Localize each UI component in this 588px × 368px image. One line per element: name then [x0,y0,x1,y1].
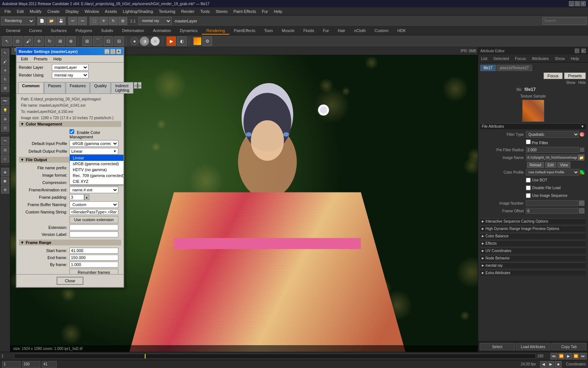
rp-load-attrs-btn[interactable]: Load Attributes [516,343,551,350]
tab-polygons[interactable]: Polygons [71,27,96,35]
redo-btn[interactable]: ↪ [78,17,87,25]
rs-render-using-select[interactable]: mental ray [52,72,89,78]
minimize-button[interactable]: _ [569,1,574,6]
rp-file-tab-place2d[interactable]: place2dTexture27 [496,65,532,71]
universal-manip-btn[interactable]: ⊕ [66,36,76,46]
tl-play-btn[interactable]: ▶ [565,353,572,360]
rs-dropdown-hdtv[interactable]: HDTV (no gamma) [70,167,123,173]
rs-menu-presets[interactable]: Presets [31,56,50,62]
menu-texturing[interactable]: Texturing [156,8,178,14]
ipr-btn[interactable]: ◐ [177,36,187,46]
tab-deformation[interactable]: Deformation [118,27,148,35]
open-btn[interactable]: 📂 [47,17,56,25]
extra-tool-btn[interactable]: ⚙ [202,36,212,46]
rp-mental-ray-hdr[interactable]: ▶ mental ray [480,263,586,268]
rp-view-btn[interactable]: View [557,162,571,168]
display-mode-3-btn[interactable]: ○ [150,36,160,46]
scale-btn[interactable]: ⊞ [118,17,127,25]
rp-select-btn[interactable]: Select [480,343,515,350]
rp-tab-help[interactable]: Help [569,56,581,61]
menu-stereo[interactable]: Stereo [213,8,230,14]
rs-enable-cm-checkbox[interactable] [69,129,74,134]
snap-surface-btn[interactable]: ⊟ [114,36,124,46]
tab-subdiv[interactable]: Subdiv [97,27,118,35]
rs-output-dropdown-trigger[interactable]: Linear ▼ [69,148,118,155]
tab-fluids[interactable]: Fluids [299,27,318,35]
rs-extension-input[interactable] [69,224,118,230]
rp-minimize-icon[interactable] [575,49,579,53]
lasso-btn[interactable]: ⊙ [13,36,22,46]
rs-scroll-right-btn[interactable]: ▷ [138,82,141,89]
menu-tools[interactable]: Tools [197,8,213,14]
rs-color-mgmt-header[interactable]: ▼ Color Management [19,121,121,127]
rs-renumber-btn[interactable]: Renumber frames [69,269,118,274]
rp-browse-btn[interactable]: 📁 [578,155,584,160]
rp-tab-attributes[interactable]: Attributes [530,56,550,61]
menu-render[interactable]: Render [178,8,197,14]
tab-hair[interactable]: Hair [333,27,349,35]
rp-edit-btn[interactable]: Edit [545,162,556,168]
menu-fur[interactable]: Fur [259,8,271,14]
viewport[interactable]: File View Render IPR Options Panels IPR:… [10,47,478,352]
rp-interactive-seq-hdr[interactable]: ▶ Interactive Sequence Caching Options [480,219,586,224]
rp-color-profile-select[interactable]: Use Default Input Profile [526,169,579,176]
tab-toon[interactable]: Toon [260,27,277,35]
rs-menu-edit[interactable]: Edit [18,56,31,62]
rs-end-frame-input[interactable] [69,255,118,261]
menu-create[interactable]: Create [44,8,62,14]
bb-stop-btn[interactable]: ■ [555,361,562,368]
rs-start-frame-input[interactable] [69,248,118,254]
menu-help[interactable]: Help [271,8,285,14]
tab-rendering[interactable]: Rendering [202,27,229,35]
tab-muscle[interactable]: Muscle [277,27,299,35]
rs-custom-ext-btn[interactable]: Use custom extension [69,216,118,223]
rp-tab-list[interactable]: List [480,56,489,61]
rp-close-icon[interactable]: × [581,49,586,53]
renderer-select[interactable]: mental ray [139,17,172,25]
lt-joint-btn[interactable]: ⊕ [1,115,9,123]
tab-curves[interactable]: Curves [25,27,46,35]
tab-fur[interactable]: Fur [319,27,334,35]
menu-file[interactable]: File [1,8,14,14]
move-btn[interactable]: ✛ [99,17,108,25]
scale-tool-btn[interactable]: ⊞ [55,36,65,46]
rp-frame-offset-input[interactable] [526,208,578,214]
tab-dynamics[interactable]: Dynamics [175,27,202,35]
tl-end-btn[interactable]: ⏭ [580,353,587,360]
rs-frame-padding-input[interactable] [69,194,84,200]
lt-move-btn[interactable]: ✛ [1,66,9,74]
tab-painteffects[interactable]: PaintEffects [229,27,260,35]
bb-play-fwd-btn[interactable]: ▶ [548,361,554,368]
new-btn[interactable]: 📄 [37,17,46,25]
close-button[interactable]: × [581,1,586,6]
rs-scroll-left-btn[interactable]: ◁ [134,82,137,89]
lt-paint-btn[interactable]: 🖌 [1,57,9,66]
tl-prev-btn[interactable]: ⏪ [558,353,564,360]
rs-dropdown-srgb[interactable]: sRGB (gamma corrected) [70,161,123,167]
rs-render-layer-select[interactable]: masterLayer [52,64,89,71]
rp-tab-selected[interactable]: Selected [492,56,510,61]
rp-prefilter-radius-input[interactable] [526,147,579,153]
tl-start-btn[interactable]: ⏮ [551,353,557,360]
maximize-button[interactable]: □ [575,1,580,6]
menu-modify[interactable]: Modify [27,8,44,14]
undo-btn[interactable]: ↩ [68,17,77,25]
rs-tab-quality[interactable]: Quality [90,82,111,93]
menu-edit[interactable]: Edit [14,8,27,14]
menu-window[interactable]: Window [82,8,102,14]
rs-frame-ext-select[interactable]: name.#.ext [69,187,118,193]
tl-next-btn[interactable]: ⏩ [573,353,579,360]
lt-scale-btn[interactable]: ⊞ [1,84,9,92]
rp-node-behavior-hdr[interactable]: ▶ Node Behavior [480,255,586,261]
tab-custom[interactable]: Custom [370,27,393,35]
rs-close-footer-btn[interactable]: Close [57,277,83,285]
tab-animation[interactable]: Animation [148,27,175,35]
rs-by-frame-input[interactable] [69,262,118,268]
rp-prefilter-checkbox[interactable] [526,139,531,144]
rp-copy-tab-btn[interactable]: Copy Tab [551,343,587,350]
bb-start-input[interactable] [2,361,21,368]
rs-menu-help[interactable]: Help [50,56,65,62]
bb-current-input[interactable] [42,361,57,368]
save-btn[interactable]: 💾 [57,17,65,25]
rs-dropdown-linear[interactable]: Linear [70,155,123,161]
